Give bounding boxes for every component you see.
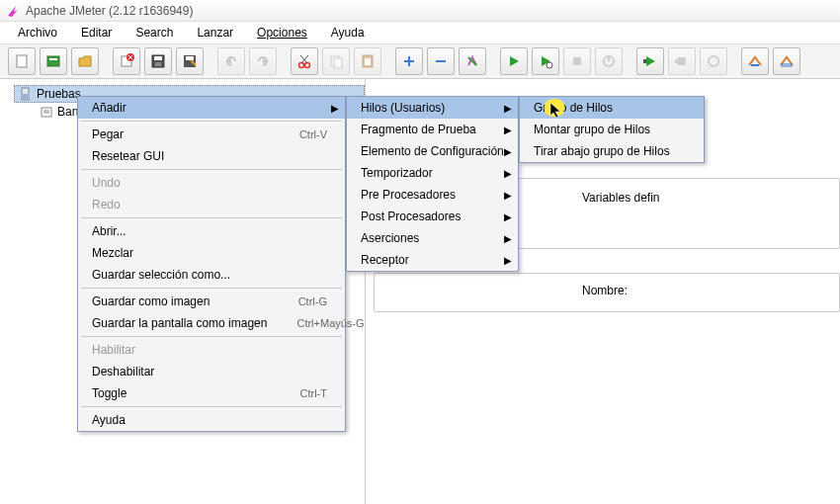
- svg-rect-15: [365, 58, 371, 65]
- menu-item-disable[interactable]: Deshabilitar: [78, 361, 345, 382]
- paste-button[interactable]: [354, 47, 381, 75]
- menu-separator: [81, 121, 342, 122]
- menu-separator: [81, 406, 342, 407]
- run-notimer-button[interactable]: [532, 47, 559, 75]
- submenu-item-teardown-thread-group[interactable]: Tirar abajo grupo de Hilos: [520, 140, 704, 162]
- name-box: Nombre:: [374, 273, 840, 312]
- submenu-item-preprocessors[interactable]: Pre Procesadores▶: [347, 184, 518, 206]
- menu-opciones[interactable]: Opciones: [245, 23, 319, 42]
- undo-button[interactable]: [217, 47, 245, 75]
- cut-button[interactable]: [291, 47, 318, 75]
- menu-item-add[interactable]: Añadir▶: [78, 97, 345, 119]
- remote-shutdown-button[interactable]: [700, 47, 727, 75]
- menu-separator: [81, 169, 342, 170]
- tree-label: Pruebas: [37, 87, 81, 101]
- menu-archivo[interactable]: Archivo: [6, 23, 69, 42]
- clear-all-button[interactable]: [773, 47, 800, 75]
- submenu-item-assertions[interactable]: Aserciones▶: [347, 227, 518, 249]
- clear-button[interactable]: [741, 47, 769, 75]
- menu-item-help[interactable]: Ayuda: [78, 409, 345, 431]
- stop-button[interactable]: [563, 47, 591, 75]
- submenu-item-test-fragment[interactable]: Fragmento de Prueba▶: [347, 119, 518, 140]
- svg-rect-9: [186, 56, 194, 60]
- menu-item-save-image[interactable]: Guardar como imagenCtrl-G: [78, 291, 345, 312]
- svg-point-10: [299, 63, 304, 68]
- svg-rect-24: [23, 94, 28, 99]
- svg-rect-21: [675, 59, 678, 63]
- submenu-item-threads[interactable]: Hilos (Usuarios)▶: [347, 97, 518, 119]
- menu-editar[interactable]: Editar: [69, 23, 124, 42]
- menu-item-save-screen-image[interactable]: Guardar la pantalla como imagenCtrl+Mayú…: [78, 312, 345, 334]
- menu-ayuda[interactable]: Ayuda: [319, 23, 377, 42]
- save-as-button[interactable]: [176, 47, 204, 75]
- window-titlebar: Apache JMeter (2.12 r1636949): [0, 0, 840, 22]
- menu-item-merge[interactable]: Mezclar: [78, 242, 345, 264]
- submenu-item-thread-group[interactable]: Grupo de Hilos: [520, 97, 704, 119]
- redo-button[interactable]: [249, 47, 277, 75]
- submenu-item-listener[interactable]: Receptor▶: [347, 249, 518, 271]
- save-button[interactable]: [144, 47, 172, 75]
- svg-rect-13: [334, 58, 342, 68]
- svg-rect-6: [154, 56, 162, 60]
- open-button[interactable]: [71, 47, 99, 75]
- toggle-button[interactable]: [459, 47, 486, 75]
- copy-button[interactable]: [322, 47, 350, 75]
- svg-rect-7: [155, 62, 161, 66]
- svg-point-22: [709, 56, 718, 66]
- submenu-add: Hilos (Usuarios)▶ Fragmento de Prueba▶ E…: [346, 96, 519, 272]
- svg-rect-2: [49, 58, 57, 60]
- expand-button[interactable]: [395, 47, 423, 75]
- menu-search[interactable]: Search: [124, 23, 185, 42]
- shutdown-button[interactable]: [595, 47, 623, 75]
- menu-separator: [81, 288, 342, 289]
- collapse-button[interactable]: [427, 47, 455, 75]
- close-button[interactable]: [113, 47, 140, 75]
- templates-button[interactable]: [40, 47, 67, 75]
- context-menu: Añadir▶ PegarCtrl-V Resetear GUI Undo Re…: [77, 96, 346, 432]
- svg-point-16: [546, 62, 552, 68]
- variables-heading: Variables defin: [582, 191, 660, 205]
- remote-start-button[interactable]: [636, 47, 664, 75]
- app-icon: [6, 4, 20, 18]
- menu-item-reset-gui[interactable]: Resetear GUI: [78, 145, 345, 167]
- run-button[interactable]: [500, 47, 528, 75]
- svg-rect-17: [573, 57, 581, 65]
- menu-item-redo: Redo: [78, 194, 345, 215]
- window-title: Apache JMeter (2.12 r1636949): [26, 4, 193, 18]
- svg-rect-0: [17, 55, 27, 67]
- submenu-item-config-element[interactable]: Elemento de Configuración▶: [347, 140, 518, 162]
- submenu-threads: Grupo de Hilos Montar grupo de Hilos Tir…: [519, 96, 705, 163]
- submenu-item-setup-thread-group[interactable]: Montar grupo de Hilos: [520, 119, 704, 140]
- menu-item-open[interactable]: Abrir...: [78, 220, 345, 242]
- submenu-item-timer[interactable]: Temporizador▶: [347, 162, 518, 184]
- menu-item-undo: Undo: [78, 172, 345, 194]
- menu-separator: [81, 336, 342, 337]
- svg-point-11: [305, 63, 310, 68]
- svg-rect-20: [678, 57, 686, 65]
- remote-stop-button[interactable]: [668, 47, 696, 75]
- submenu-item-postprocessors[interactable]: Post Procesadores▶: [347, 206, 518, 227]
- toolbar: [0, 43, 840, 79]
- menu-item-save-selection[interactable]: Guardar selección como...: [78, 264, 345, 286]
- svg-rect-19: [643, 59, 646, 63]
- name-label: Nombre:: [582, 284, 628, 297]
- menu-lanzar[interactable]: Lanzar: [185, 23, 245, 42]
- menu-item-enable: Habilitar: [78, 339, 345, 361]
- new-button[interactable]: [8, 47, 36, 75]
- menu-item-paste[interactable]: PegarCtrl-V: [78, 124, 345, 145]
- menu-item-toggle[interactable]: ToggleCtrl-T: [78, 382, 345, 404]
- menubar: Archivo Editar Search Lanzar Opciones Ay…: [0, 22, 840, 43]
- svg-rect-1: [47, 56, 59, 66]
- menu-separator: [81, 217, 342, 218]
